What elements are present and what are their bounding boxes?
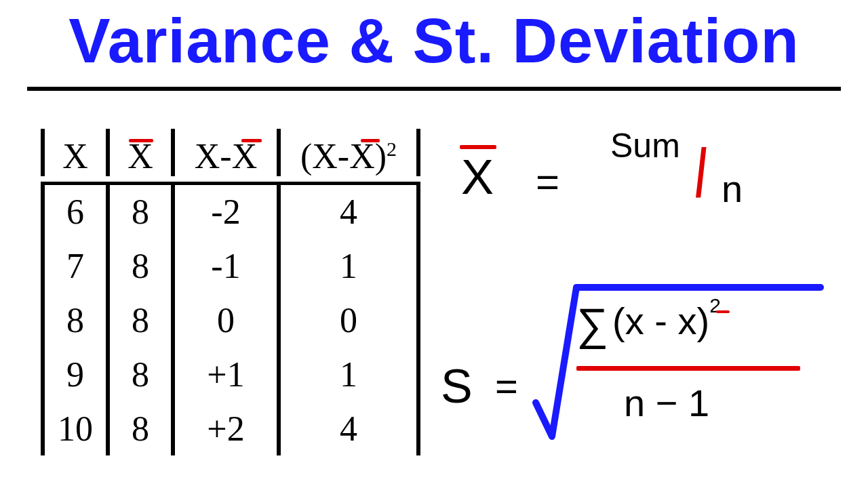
- header-underline: [41, 182, 420, 185]
- sd-lhs: S: [441, 359, 473, 413]
- cell-sq: 1: [281, 246, 416, 286]
- mean-denominator: n: [722, 167, 743, 211]
- formulas-panel: X = Sum / n S = ∑(x - x)2 n − 1: [434, 129, 841, 224]
- cell-xbar: 8: [110, 246, 171, 286]
- cell-xbar: 8: [110, 192, 171, 232]
- xbar-overline-icon: [361, 139, 380, 142]
- table-row: 108+24: [41, 401, 420, 455]
- cell-x: 10: [45, 409, 106, 449]
- cell-diff: -1: [175, 246, 277, 286]
- column-divider: [416, 129, 420, 176]
- xbar-letter: X: [127, 137, 153, 176]
- page-title: Variance & St. Deviation: [27, 5, 841, 77]
- xbar-overline-icon: [241, 139, 262, 142]
- cell-sq: 0: [281, 300, 416, 340]
- cell-sq: 4: [281, 409, 416, 449]
- table-row: 98+11: [41, 347, 420, 401]
- cell-diff: +1: [175, 354, 277, 394]
- table-row: 78-11: [41, 239, 420, 293]
- title-underline: [27, 87, 841, 91]
- col-header-sq: (X-X)2: [281, 136, 416, 176]
- column-divider: [416, 293, 420, 347]
- col-header-xbar: X: [110, 136, 171, 176]
- diff-text: X-X: [195, 137, 257, 176]
- sd-numerator: ∑(x - x)2: [576, 298, 721, 350]
- sd-body: (x - x): [612, 300, 709, 342]
- sd-denominator: n − 1: [624, 381, 709, 425]
- table-row: 68-24: [41, 184, 420, 239]
- fraction-slash-icon: /: [696, 134, 707, 212]
- fraction-bar-icon: [576, 366, 800, 371]
- column-divider: [416, 239, 420, 293]
- cell-diff: 0: [175, 300, 277, 340]
- equals-sign: =: [495, 363, 518, 409]
- cell-diff: +2: [175, 409, 277, 449]
- column-divider: [416, 347, 420, 401]
- column-divider: [416, 184, 420, 239]
- mean-numerator: Sum: [610, 126, 680, 165]
- col-header-diff: X-X: [175, 136, 277, 176]
- sq-text: (X-X): [300, 137, 387, 176]
- sigma-icon: ∑: [576, 298, 608, 350]
- table-header-row: X X X-X (X-X)2: [41, 129, 420, 180]
- table-row: 8800: [41, 293, 420, 347]
- squared-exponent: 2: [387, 138, 397, 160]
- cell-x: 8: [45, 300, 106, 340]
- xbar-overline-icon: [716, 310, 730, 313]
- cell-diff: -2: [175, 192, 277, 232]
- cell-sq: 4: [281, 192, 416, 232]
- col-header-x: X: [45, 136, 106, 176]
- cell-x: 7: [45, 246, 106, 286]
- equals-sign: =: [536, 159, 559, 205]
- data-table: X X X-X (X-X)2 68-2478-11880098+11108+24: [41, 129, 420, 455]
- cell-x: 6: [45, 192, 106, 232]
- cell-sq: 1: [281, 354, 416, 394]
- mean-lhs: X: [461, 149, 494, 205]
- squared-exponent: 2: [709, 294, 721, 317]
- cell-xbar: 8: [110, 300, 171, 340]
- mean-formula: X = Sum / n: [454, 129, 841, 224]
- column-divider: [416, 401, 420, 455]
- cell-xbar: 8: [110, 354, 171, 394]
- sd-formula: S = ∑(x - x)2 n − 1: [434, 278, 841, 468]
- cell-x: 9: [45, 354, 106, 394]
- xbar-overline-icon: [129, 139, 153, 142]
- cell-xbar: 8: [110, 409, 171, 449]
